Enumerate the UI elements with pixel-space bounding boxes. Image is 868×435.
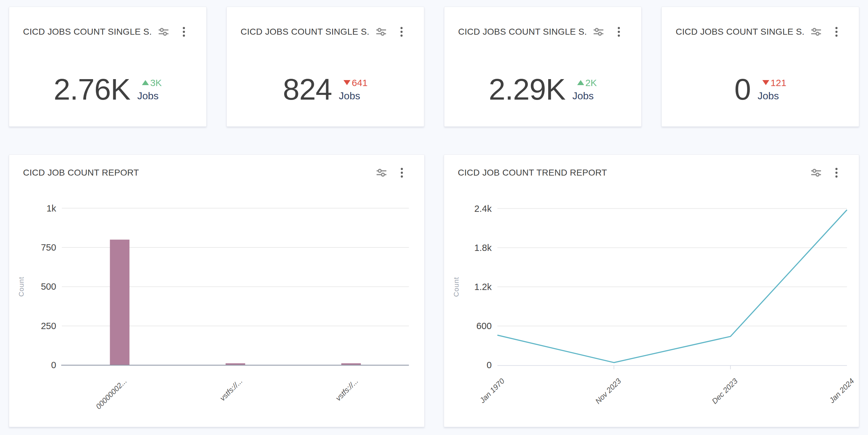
filter-sliders-icon[interactable]: [811, 27, 821, 36]
bar-chart-card: CICD JOB COUNT REPORT 02505007501kCount0…: [9, 155, 425, 427]
trend-up-icon: [142, 80, 149, 85]
kebab-menu-icon[interactable]: [617, 27, 620, 37]
svg-text:1k: 1k: [46, 203, 56, 213]
kpi-delta: 3K: [137, 78, 162, 88]
card-actions: [811, 167, 838, 178]
kpi-delta-value: 121: [771, 78, 786, 88]
kpi-delta: 2K: [572, 78, 597, 88]
kebab-menu-icon[interactable]: [835, 167, 838, 178]
kpi-delta-value: 3K: [150, 78, 162, 88]
card-header: CICD JOBS COUNT SINGLE S...: [227, 7, 424, 37]
kpi-delta-value: 2K: [585, 78, 597, 88]
svg-text:0: 0: [51, 360, 56, 370]
svg-text:Nov 2023: Nov 2023: [593, 376, 623, 405]
filter-sliders-icon[interactable]: [594, 27, 603, 36]
kpi-card-4: CICD JOBS COUNT SINGLE S... 0 121: [661, 7, 859, 127]
svg-text:Dec 2023: Dec 2023: [710, 376, 739, 405]
card-actions: [376, 27, 403, 37]
kpi-unit: Jobs: [757, 91, 779, 101]
kpi-delta: 641: [339, 78, 367, 88]
svg-text:vstfs://...: vstfs://...: [334, 377, 360, 403]
card-header: CICD JOBS COUNT SINGLE S...: [662, 7, 859, 37]
kpi-delta: 121: [757, 78, 786, 88]
card-title: CICD JOBS COUNT SINGLE S...: [676, 27, 805, 37]
kpi-side: 2K Jobs: [572, 78, 597, 101]
filter-sliders-icon[interactable]: [159, 27, 168, 36]
line-chart-card: CICD JOB COUNT TREND REPORT 06001.2k1.8k…: [444, 155, 860, 427]
bar-chart[interactable]: 02505007501kCount00000002...vstfs://...v…: [9, 155, 424, 427]
kpi-card-3: CICD JOBS COUNT SINGLE S... 2.29K 2K: [444, 7, 642, 127]
kebab-menu-icon[interactable]: [400, 167, 403, 178]
charts-row: CICD JOB COUNT REPORT 02505007501kCount0…: [9, 155, 859, 427]
svg-text:250: 250: [41, 321, 56, 331]
card-header: CICD JOBS COUNT SINGLE S...: [444, 7, 642, 37]
filter-sliders-icon[interactable]: [377, 168, 386, 177]
trend-down-icon: [343, 80, 350, 85]
svg-text:750: 750: [41, 242, 56, 253]
dashboard: CICD JOBS COUNT SINGLE S... 2.76K 3K: [0, 0, 868, 435]
kpi-value: 2.76K: [54, 74, 130, 104]
kpi-delta-value: 641: [352, 78, 367, 88]
svg-text:Count: Count: [17, 277, 25, 297]
card-header: CICD JOBS COUNT SINGLE S...: [9, 7, 206, 37]
card-title: CICD JOBS COUNT SINGLE S...: [241, 27, 370, 37]
line-chart[interactable]: 06001.2k1.8k2.4kCountJan 1970Nov 2023Dec…: [444, 155, 859, 427]
trend-down-icon: [762, 80, 769, 85]
kebab-menu-icon[interactable]: [835, 27, 838, 37]
svg-text:Jan 1970: Jan 1970: [477, 376, 506, 405]
trend-up-icon: [577, 80, 584, 85]
kpi-body: 2.29K 2K Jobs: [444, 74, 642, 104]
kebab-menu-icon[interactable]: [182, 27, 185, 37]
card-actions: [159, 27, 185, 37]
kpi-side: 3K Jobs: [137, 78, 162, 101]
card-actions: [594, 27, 620, 37]
svg-text:1.2k: 1.2k: [474, 282, 492, 292]
card-actions: [811, 27, 838, 37]
card-title: CICD JOB COUNT TREND REPORT: [458, 168, 607, 178]
kpi-row: CICD JOBS COUNT SINGLE S... 2.76K 3K: [9, 7, 859, 127]
kpi-value: 0: [734, 74, 751, 104]
card-title: CICD JOBS COUNT SINGLE S...: [458, 27, 588, 37]
card-actions: [377, 167, 403, 178]
kpi-body: 2.76K 3K Jobs: [9, 74, 206, 104]
svg-text:1.8k: 1.8k: [474, 243, 492, 253]
svg-text:2.4k: 2.4k: [474, 204, 492, 214]
card-title: CICD JOBS COUNT SINGLE S...: [23, 27, 152, 37]
filter-sliders-icon[interactable]: [376, 27, 386, 36]
card-title: CICD JOB COUNT REPORT: [23, 168, 139, 178]
kebab-menu-icon[interactable]: [400, 27, 403, 37]
kpi-card-2: CICD JOBS COUNT SINGLE S... 824 641: [226, 7, 424, 127]
svg-text:vstfs://...: vstfs://...: [218, 377, 244, 403]
card-header: CICD JOB COUNT REPORT: [9, 155, 424, 178]
filter-sliders-icon[interactable]: [811, 168, 821, 177]
svg-text:00000002...: 00000002...: [94, 377, 128, 411]
svg-text:600: 600: [476, 321, 492, 331]
kpi-body: 0 121 Jobs: [662, 74, 859, 104]
kpi-side: 641 Jobs: [339, 78, 367, 101]
kpi-unit: Jobs: [339, 91, 360, 101]
kpi-unit: Jobs: [137, 91, 159, 101]
svg-text:Jan 2024: Jan 2024: [827, 377, 856, 405]
kpi-card-1: CICD JOBS COUNT SINGLE S... 2.76K 3K: [9, 7, 207, 127]
kpi-unit: Jobs: [572, 91, 594, 101]
kpi-value: 2.29K: [489, 74, 565, 104]
kpi-value: 824: [283, 74, 332, 104]
kpi-body: 824 641 Jobs: [227, 74, 424, 104]
svg-text:Count: Count: [452, 277, 460, 297]
card-header: CICD JOB COUNT TREND REPORT: [444, 155, 859, 178]
kpi-side: 121 Jobs: [757, 78, 786, 101]
svg-text:0: 0: [486, 360, 491, 370]
svg-text:500: 500: [41, 282, 56, 292]
